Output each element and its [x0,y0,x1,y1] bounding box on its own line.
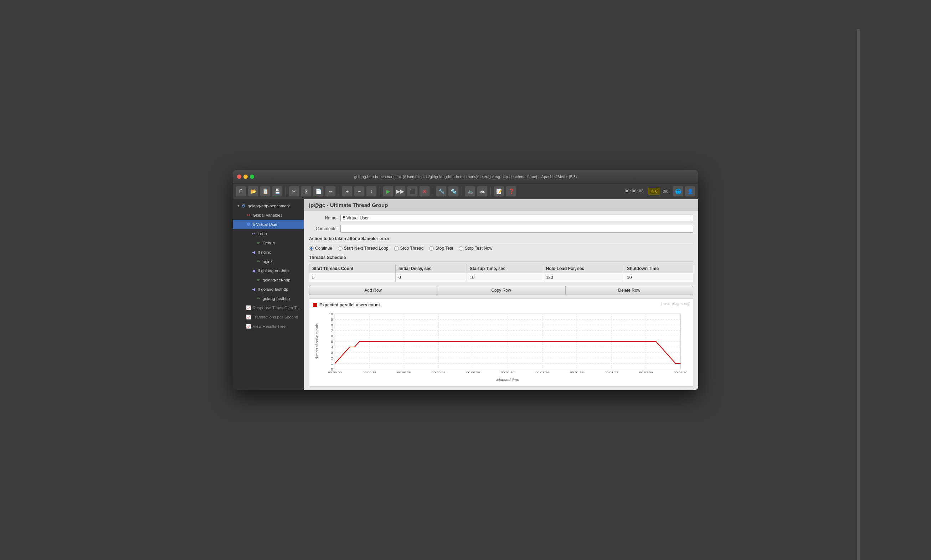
remote-all-button[interactable]: 🔩 [448,186,459,197]
log-viewer-button[interactable]: 📝 [494,186,504,197]
sidebar-item-benchmark-root[interactable]: ▼⚙golang-http-benchmark [233,201,304,211]
tree-toggle-global-vars[interactable] [241,213,245,217]
radio-circle-stop-test [429,246,434,251]
table-header-shutdowntime: Shutdown Time [624,264,693,273]
delete-row-button[interactable]: Delete Row [565,286,693,295]
table-cell-0-4[interactable]: 10 [624,273,693,282]
comments-row: Comments: [309,225,693,232]
tree-icon-nginx: ✏ [256,258,261,264]
radio-stop-test-now[interactable]: Stop Test Now [459,246,492,251]
table-cell-0-2[interactable]: 10 [467,273,543,282]
sidebar-item-view-results[interactable]: 📈View Results Tree [233,322,304,331]
tree-toggle-if-golang-fasthttp[interactable] [246,287,251,291]
clear-button[interactable]: 🚲 [465,186,475,197]
open-button[interactable]: 📂 [248,186,258,197]
toggle-button[interactable]: ↕ [366,186,377,197]
radio-stop-thread[interactable]: Stop Thread [394,246,424,251]
tree-toggle-loop[interactable] [246,232,251,236]
table-cell-0-0[interactable]: 5 [309,273,396,282]
elapsed-time: 00:00:00 [625,189,644,194]
remote-engine-button[interactable]: 🌐 [673,186,683,197]
tree-toggle-view-results[interactable] [241,324,245,328]
sidebar-item-label-response-times: Response Times Over Time [253,306,302,310]
sidebar-item-if-golang-net-http[interactable]: ◀If golang-net-http [233,266,304,275]
copy-row-button[interactable]: Copy Row [437,286,565,295]
sidebar-item-label-global-vars: Global Variables [253,213,283,217]
stop-all-button[interactable]: ⊗ [419,186,430,197]
svg-text:00:01:38: 00:01:38 [570,371,583,374]
radio-label-stop-thread: Stop Thread [400,246,424,251]
fullscreen-button[interactable] [250,175,254,179]
comments-label: Comments: [309,226,338,231]
new-button[interactable]: 🗒 [236,186,246,197]
tree-toggle-response-times[interactable] [241,306,245,310]
run-button[interactable]: ▶ [383,186,393,197]
minimize-button[interactable] [244,175,248,179]
sidebar-item-virtual-user[interactable]: ⚙5 Virtual User [233,220,304,229]
sidebar-item-transactions[interactable]: 📈Transactions per Second [233,312,304,322]
titlebar: golang-http-benchmark.jmx (/Users/nicola… [233,170,698,183]
run-all-button[interactable]: ▶▶ [395,186,405,197]
sidebar-item-if-golang-fasthttp[interactable]: ◀If golang-fasthttp [233,285,304,294]
sidebar-item-debug[interactable]: ✏Debug [233,238,304,248]
templates-button[interactable]: 📋 [260,186,271,197]
tree-toggle-golang-fasthttp[interactable] [251,296,256,301]
table-cell-0-1[interactable]: 0 [395,273,467,282]
name-row: Name: [309,214,693,222]
sidebar-item-label-golang-fasthttp: golang-fasthttp [263,296,290,301]
tree-toggle-virtual-user[interactable] [241,222,245,226]
cut-button[interactable]: ✂ [289,186,299,197]
radio-label-stop-test-now: Stop Test Now [465,246,492,251]
radio-continue[interactable]: Continue [309,246,332,251]
sidebar-item-golang-net-http[interactable]: ✏golang-net-http [233,275,304,285]
tree-toggle-if-golang-net-http[interactable] [246,269,251,273]
svg-text:Elapsed time: Elapsed time [496,378,519,382]
tree-toggle-golang-net-http[interactable] [251,278,256,282]
table-row-0: 501012010 [309,273,693,282]
sidebar: ▼⚙golang-http-benchmark✂Global Variables… [233,199,304,390]
svg-text:00:00:28: 00:00:28 [397,371,411,374]
remote-button[interactable]: 🔧 [436,186,447,197]
save-button[interactable]: 💾 [272,186,283,197]
sidebar-item-global-vars[interactable]: ✂Global Variables [233,211,304,220]
tree-toggle-benchmark-root[interactable]: ▼ [236,204,240,208]
close-button[interactable] [237,175,241,179]
svg-text:00:00:14: 00:00:14 [362,371,376,374]
name-input[interactable] [341,214,693,222]
thread-count: 0/0 [663,189,668,194]
radio-stop-test[interactable]: Stop Test [429,246,453,251]
sidebar-item-response-times[interactable]: 📈Response Times Over Time [233,303,304,312]
comments-input[interactable] [341,225,693,232]
settings-button[interactable]: 👤 [685,186,695,197]
paste-button[interactable]: 📄 [313,186,324,197]
stop-button[interactable]: ⬛ [407,186,418,197]
sidebar-item-golang-fasthttp[interactable]: ✏golang-fasthttp [233,294,304,303]
clear-all-button[interactable]: 🏍 [477,186,488,197]
radio-label-start-next-thread-loop: Start Next Thread Loop [344,246,388,251]
tree-toggle-if-nginx[interactable] [246,250,251,254]
add-button[interactable]: + [342,186,353,197]
sidebar-item-loop[interactable]: ↩Loop [233,229,304,238]
tree-icon-benchmark-root: ⚙ [240,203,246,209]
table-cell-0-3[interactable]: 120 [543,273,624,282]
tree-toggle-debug[interactable] [251,241,256,245]
duplicate-button[interactable]: ↔ [325,186,336,197]
svg-text:00:01:52: 00:01:52 [604,371,618,374]
copy-button[interactable]: ⎘ [301,186,311,197]
table-header-startthreadscount: Start Threads Count [309,264,396,273]
tree-toggle-transactions[interactable] [241,315,245,319]
error-action-radio-group: ContinueStart Next Thread LoopStop Threa… [309,246,693,251]
help-button[interactable]: ❓ [506,186,516,197]
remove-button[interactable]: − [354,186,365,197]
tree-toggle-nginx[interactable] [251,259,256,264]
sidebar-item-label-nginx: nginx [263,259,273,264]
app-window: golang-http-benchmark.jmx (/Users/nicola… [233,170,698,390]
svg-text:8: 8 [331,323,333,327]
warning-badge: ⚠ 0 [648,188,660,194]
sidebar-item-if-nginx[interactable]: ◀If nginx [233,248,304,257]
svg-text:00:02:20: 00:02:20 [674,371,687,374]
svg-text:00:01:10: 00:01:10 [501,371,514,374]
sidebar-item-nginx[interactable]: ✏nginx [233,257,304,266]
add-row-button[interactable]: Add Row [309,286,437,295]
radio-start-next-thread-loop[interactable]: Start Next Thread Loop [338,246,388,251]
